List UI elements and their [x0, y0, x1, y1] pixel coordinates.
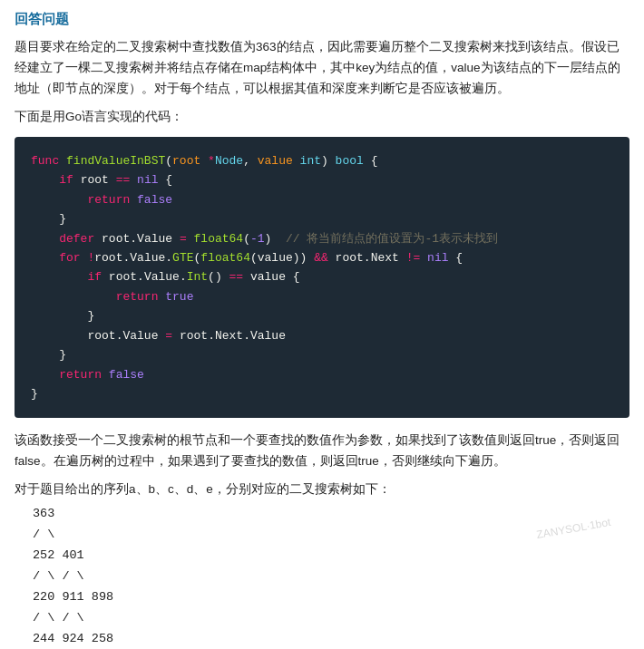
code-line-3: return false: [31, 190, 613, 209]
code-line-1: func findValueInBST(root *Node, value in…: [31, 151, 613, 170]
tree-line-2: / \: [33, 525, 629, 546]
code-line-5: defer root.Value = float64(-1) // 将当前结点的…: [31, 229, 613, 248]
code-line-11: }: [31, 345, 613, 364]
tree-line-1: 363: [33, 504, 629, 525]
code-line-7: if root.Value.Int() == value {: [31, 267, 613, 286]
tree-line-6: / \ / \: [33, 608, 629, 629]
tree-line-3: 252 401: [33, 546, 629, 567]
tree-line-5: 220 911 898: [33, 587, 629, 608]
code-line-9: }: [31, 306, 613, 325]
tree-wrapper: ZANYSOL·1bot 363 / \ 252 401 / \ / \ 220…: [15, 504, 629, 649]
code-line-2: if root == nil {: [31, 170, 613, 189]
after-code: 该函数接受一个二叉搜索树的根节点和一个要查找的数值作为参数，如果找到了该数值则返…: [15, 431, 629, 472]
description1: 题目要求在给定的二叉搜索树中查找数值为363的结点，因此需要遍历整个二叉搜索树来…: [15, 37, 629, 100]
description2: 下面是用Go语言实现的代码：: [15, 107, 629, 128]
code-line-4: }: [31, 209, 613, 228]
tree-display: 363 / \ 252 401 / \ / \ 220 911 898 / \ …: [33, 504, 629, 649]
code-line-6: for !root.Value.GTE(float64(value)) && r…: [31, 248, 613, 267]
tree-line-7: 244 924 258: [33, 629, 629, 649]
code-line-13: }: [31, 384, 613, 403]
page-container: 回答问题 题目要求在给定的二叉搜索树中查找数值为363的结点，因此需要遍历整个二…: [0, 0, 644, 649]
page-title: 回答问题: [15, 11, 629, 28]
code-block: func findValueInBST(root *Node, value in…: [15, 137, 629, 419]
tree-intro: 对于题目给出的序列a、b、c、d、e，分别对应的二叉搜索树如下：: [15, 479, 629, 500]
code-line-8: return true: [31, 287, 613, 306]
tree-line-4: / \ / \: [33, 567, 629, 587]
code-line-10: root.Value = root.Next.Value: [31, 326, 613, 345]
code-line-12: return false: [31, 365, 613, 384]
